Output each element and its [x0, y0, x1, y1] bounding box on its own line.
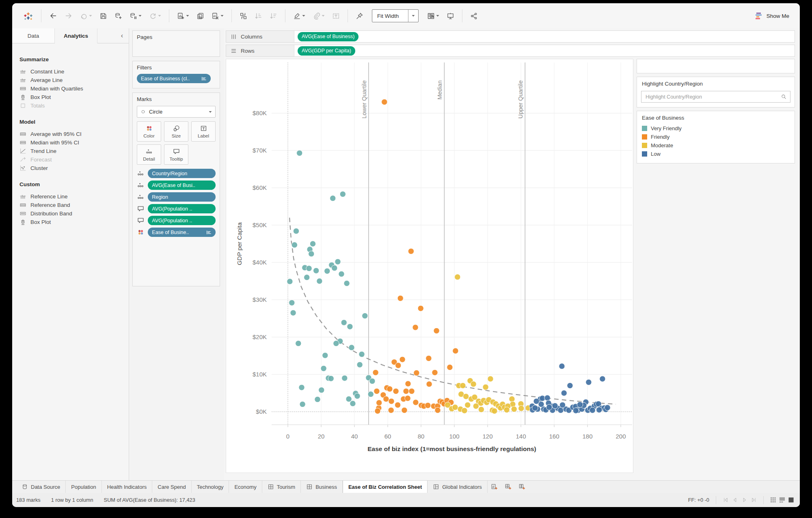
data-point-very-friendly[interactable]: [349, 345, 354, 350]
data-point-low[interactable]: [559, 363, 565, 369]
data-point-friendly[interactable]: [453, 348, 458, 354]
data-point-moderate[interactable]: [483, 384, 488, 390]
data-point-moderate[interactable]: [518, 406, 524, 411]
data-point-moderate[interactable]: [465, 402, 471, 408]
scatter-plot[interactable]: $0K$10K$20K$30K$40K$50K$60K$70K$80K02040…: [226, 59, 633, 473]
analytics-item-cluster[interactable]: Cluster: [19, 164, 121, 172]
new-data-source-button[interactable]: [112, 11, 125, 21]
data-point-low[interactable]: [573, 408, 579, 413]
mark-pill[interactable]: AVG(Ease of Busi..: [148, 181, 216, 190]
data-point-friendly[interactable]: [383, 396, 389, 402]
data-point-very-friendly[interactable]: [319, 387, 324, 393]
tab-analytics[interactable]: Analytics: [55, 28, 97, 43]
rows-pill[interactable]: AVG(GDP per Capita): [298, 46, 355, 56]
data-point-friendly[interactable]: [389, 398, 394, 404]
analytics-item-reference-band[interactable]: Reference Band: [19, 201, 121, 209]
data-point-low[interactable]: [559, 402, 565, 408]
data-point-very-friendly[interactable]: [300, 401, 305, 407]
data-point-moderate[interactable]: [504, 407, 510, 413]
analytics-item-reference-line[interactable]: Reference Line: [19, 192, 121, 201]
share-workbook-button[interactable]: [468, 11, 480, 21]
data-point-moderate[interactable]: [478, 406, 484, 412]
analytics-item-box-plot[interactable]: Box Plot: [19, 93, 121, 101]
data-point-low[interactable]: [546, 404, 552, 410]
data-point-friendly[interactable]: [447, 364, 453, 370]
tab-data[interactable]: Data: [12, 28, 55, 43]
analytics-item-box-plot[interactable]: Box Plot: [19, 218, 121, 226]
data-point-very-friendly[interactable]: [324, 268, 330, 274]
data-point-low[interactable]: [600, 376, 605, 382]
sheet-tab-health-indicators[interactable]: Health Indicators: [102, 481, 153, 493]
data-point-friendly[interactable]: [395, 402, 400, 408]
data-point-friendly[interactable]: [376, 400, 382, 406]
mark-pill[interactable]: Country/Region: [148, 169, 216, 178]
tableau-logo-button[interactable]: [21, 9, 36, 23]
analytics-item-median-with-quartiles[interactable]: Median with Quartiles: [19, 84, 121, 93]
mark-type-dropdown[interactable]: Circle: [137, 106, 216, 118]
sheet-tab-business[interactable]: Business: [301, 481, 343, 493]
view-full-icon[interactable]: [788, 497, 794, 503]
data-point-low[interactable]: [544, 395, 550, 401]
data-point-very-friendly[interactable]: [289, 300, 295, 305]
data-point-very-friendly[interactable]: [335, 259, 341, 264]
data-point-very-friendly[interactable]: [350, 401, 356, 406]
data-point-very-friendly[interactable]: [309, 251, 314, 257]
data-point-very-friendly[interactable]: [346, 396, 352, 402]
sheet-tab-data-source[interactable]: Data Source: [16, 481, 66, 493]
nav-last-icon[interactable]: [751, 497, 757, 503]
data-point-low[interactable]: [590, 407, 595, 413]
fit-dropdown[interactable]: Fit Width: [372, 9, 419, 22]
data-point-friendly[interactable]: [375, 408, 380, 414]
data-point-moderate[interactable]: [492, 408, 497, 414]
pages-shelf[interactable]: Pages: [132, 30, 220, 57]
data-point-very-friendly[interactable]: [293, 228, 299, 234]
legend-item-low[interactable]: Low: [642, 150, 790, 158]
data-point-low[interactable]: [567, 383, 573, 388]
mark-button-label[interactable]: Label: [191, 121, 216, 142]
analytics-item-distribution-band[interactable]: Distribution Band: [19, 209, 121, 218]
data-point-friendly[interactable]: [405, 381, 411, 387]
highlight-search-input[interactable]: [645, 94, 781, 100]
search-icon[interactable]: [781, 94, 787, 100]
data-point-friendly[interactable]: [426, 381, 432, 387]
mark-pill[interactable]: AVG(Population ..: [148, 216, 216, 225]
data-point-moderate[interactable]: [511, 406, 517, 412]
show-me-button[interactable]: Show Me: [752, 10, 793, 22]
data-point-low[interactable]: [605, 405, 610, 411]
data-point-friendly[interactable]: [409, 388, 415, 394]
highlight-button[interactable]: [291, 11, 308, 21]
data-point-very-friendly[interactable]: [333, 340, 339, 346]
data-point-friendly[interactable]: [412, 325, 418, 330]
data-point-moderate[interactable]: [460, 383, 466, 388]
data-point-very-friendly[interactable]: [369, 378, 375, 384]
data-point-very-friendly[interactable]: [287, 279, 293, 284]
data-point-very-friendly[interactable]: [362, 313, 368, 318]
swap-rows-columns-button[interactable]: [237, 11, 250, 21]
trend-line[interactable]: [289, 218, 616, 404]
nav-prev-icon[interactable]: [732, 497, 738, 503]
pause-auto-updates-button[interactable]: [127, 11, 144, 21]
data-point-moderate[interactable]: [455, 274, 460, 280]
data-point-low[interactable]: [532, 405, 538, 411]
data-point-moderate[interactable]: [488, 376, 493, 382]
data-point-friendly[interactable]: [425, 402, 431, 408]
data-point-low[interactable]: [558, 407, 564, 413]
data-point-friendly[interactable]: [393, 388, 399, 394]
filters-shelf[interactable]: Filters Ease of Business (cl..: [132, 61, 220, 88]
data-point-friendly[interactable]: [435, 407, 441, 413]
mark-button-size[interactable]: Size: [164, 121, 188, 142]
data-point-friendly[interactable]: [432, 370, 438, 375]
analytics-item-constant-line[interactable]: Constant Line: [19, 67, 121, 76]
data-point-low[interactable]: [586, 379, 592, 385]
data-point-moderate[interactable]: [452, 404, 458, 410]
save-button[interactable]: [97, 11, 110, 21]
data-point-friendly[interactable]: [388, 407, 394, 413]
data-point-very-friendly[interactable]: [328, 376, 334, 381]
data-point-very-friendly[interactable]: [317, 278, 322, 284]
data-point-very-friendly[interactable]: [332, 265, 337, 271]
legend-item-moderate[interactable]: Moderate: [642, 141, 790, 150]
data-point-friendly[interactable]: [395, 363, 401, 368]
data-point-very-friendly[interactable]: [339, 271, 344, 277]
data-point-moderate[interactable]: [509, 396, 515, 402]
view-grid-icon[interactable]: [770, 497, 776, 503]
